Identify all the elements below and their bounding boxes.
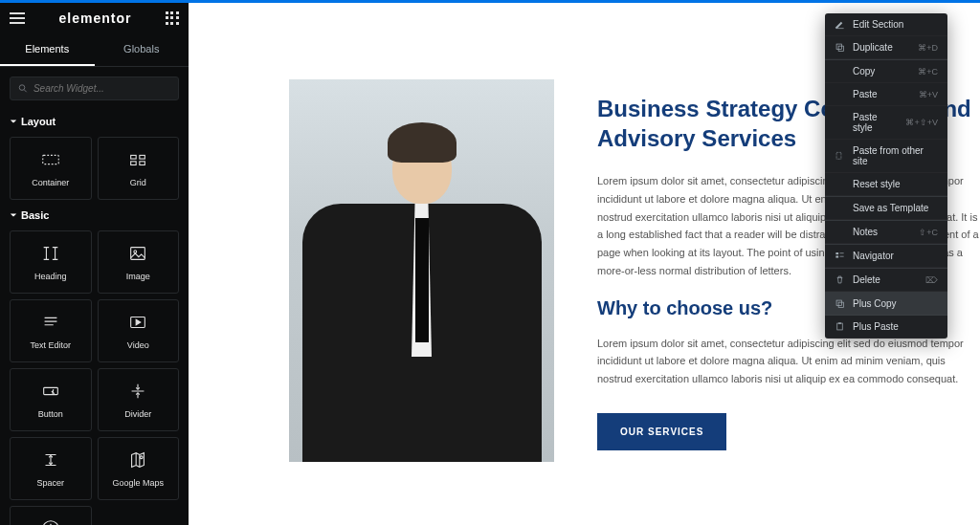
basic-widgets: Heading Image Text Editor Video Button D…	[0, 227, 189, 525]
widget-text-editor[interactable]: Text Editor	[10, 299, 92, 362]
menu-label: Paste from other site	[853, 145, 938, 166]
video-icon	[127, 312, 148, 333]
menu-label: Navigator	[853, 251, 938, 261]
widget-label: Video	[127, 340, 149, 350]
editor-sidebar: elementor Elements Globals Layout Contai…	[0, 3, 189, 525]
svg-rect-5	[131, 162, 137, 165]
menu-notes[interactable]: Notes ⇧+C	[825, 220, 947, 244]
menu-duplicate[interactable]: Duplicate ⌘+D	[825, 36, 947, 59]
widget-spacer[interactable]: Spacer	[10, 437, 92, 500]
menu-label: Plus Paste	[853, 321, 938, 332]
search-input[interactable]	[33, 83, 170, 94]
svg-line-1	[24, 90, 26, 92]
widget-divider[interactable]: Divider	[98, 368, 180, 431]
widget-label: Spacer	[36, 478, 64, 488]
svg-rect-20	[837, 323, 843, 330]
menu-label: Edit Section	[853, 19, 938, 30]
text-editor-icon	[40, 312, 61, 333]
photo-tie	[415, 218, 429, 342]
map-icon	[127, 449, 148, 470]
shortcut: ⌘+⇧+V	[905, 118, 938, 127]
chevron-down-icon	[10, 211, 17, 219]
svg-rect-21	[838, 322, 841, 323]
widget-label: Heading	[34, 272, 67, 281]
menu-plus-copy[interactable]: Plus Copy	[825, 292, 947, 316]
heading-icon	[40, 243, 61, 264]
widget-label: Divider	[124, 409, 151, 419]
menu-delete[interactable]: Delete ⌦	[825, 268, 947, 292]
shortcut: ⌦	[925, 275, 938, 285]
menu-label: Paste	[853, 89, 911, 99]
shortcut: ⌘+V	[919, 90, 938, 99]
shortcut: ⇧+C	[919, 228, 938, 237]
star-icon	[40, 518, 61, 525]
widget-grid[interactable]: Grid	[98, 137, 180, 200]
tab-elements[interactable]: Elements	[0, 33, 95, 66]
widget-container[interactable]: Container	[10, 137, 92, 200]
body-paragraph-2[interactable]: Lorem ipsum dolor sit amet, consectetur …	[597, 335, 980, 388]
svg-rect-4	[140, 155, 145, 159]
widget-label: Text Editor	[30, 340, 71, 350]
menu-navigator[interactable]: Navigator	[825, 244, 947, 268]
widget-google-maps[interactable]: Google Maps	[98, 437, 180, 500]
menu-edit-section[interactable]: Edit Section	[825, 13, 947, 36]
widget-button[interactable]: Button	[10, 368, 92, 431]
widget-video[interactable]: Video	[98, 299, 180, 362]
apps-grid-icon[interactable]	[166, 11, 179, 25]
svg-rect-13	[836, 44, 842, 50]
menu-label: Reset style	[853, 179, 938, 189]
widget-image[interactable]: Image	[98, 230, 180, 294]
menu-save-as-template[interactable]: Save as Template	[825, 196, 947, 220]
menu-label: Delete	[853, 274, 918, 285]
menu-label: Duplicate	[853, 42, 910, 53]
section-basic-title: Basic	[21, 209, 49, 221]
menu-label: Save as Template	[853, 203, 938, 213]
menu-paste[interactable]: Paste ⌘+V	[825, 83, 947, 106]
svg-point-0	[19, 85, 25, 91]
hero-photo[interactable]	[289, 79, 554, 462]
svg-rect-2	[43, 155, 59, 164]
section-basic-header[interactable]: Basic	[0, 204, 189, 227]
search-box[interactable]	[10, 77, 179, 100]
svg-rect-10	[43, 387, 57, 394]
plus-paste-icon	[835, 321, 845, 332]
svg-rect-19	[838, 302, 844, 308]
context-menu: Edit Section Duplicate ⌘+D Copy ⌘+C Past…	[825, 13, 947, 339]
image-icon	[127, 243, 148, 264]
svg-rect-7	[131, 248, 145, 260]
svg-rect-14	[838, 46, 844, 52]
menu-label: Notes	[853, 227, 911, 237]
cta-button[interactable]: OUR SERVICES	[597, 413, 726, 450]
paste-site-icon	[835, 151, 845, 162]
menu-paste-style[interactable]: Paste style ⌘+⇧+V	[825, 106, 947, 140]
svg-rect-17	[835, 256, 838, 258]
section-layout-header[interactable]: Layout	[0, 110, 189, 133]
widget-label: Container	[32, 178, 69, 187]
svg-rect-18	[836, 300, 842, 306]
image-column	[289, 79, 554, 462]
divider-icon	[127, 381, 148, 402]
svg-point-11	[141, 456, 144, 459]
search-icon	[18, 83, 28, 94]
widget-label: Google Maps	[112, 478, 164, 488]
search-wrap	[0, 67, 189, 110]
button-icon	[40, 381, 61, 402]
menu-icon[interactable]	[10, 12, 25, 24]
widget-label: Image	[126, 272, 150, 281]
widget-heading[interactable]: Heading	[10, 230, 92, 294]
svg-rect-3	[131, 155, 137, 159]
editor-canvas[interactable]: Business Strategy Consulting and Advisor…	[189, 3, 980, 525]
shortcut: ⌘+C	[918, 67, 938, 77]
navigator-icon	[835, 251, 845, 261]
shortcut: ⌘+D	[918, 43, 938, 53]
menu-plus-paste[interactable]: Plus Paste	[825, 316, 947, 339]
duplicate-icon	[835, 42, 845, 53]
tab-globals[interactable]: Globals	[95, 33, 189, 66]
widget-icon[interactable]: Icon	[10, 506, 92, 525]
menu-paste-from-other-site[interactable]: Paste from other site	[825, 140, 947, 173]
menu-copy[interactable]: Copy ⌘+C	[825, 59, 947, 83]
edit-icon	[835, 19, 845, 30]
menu-reset-style[interactable]: Reset style	[825, 173, 947, 196]
spacer-icon	[40, 449, 61, 470]
section-layout-title: Layout	[21, 116, 56, 127]
